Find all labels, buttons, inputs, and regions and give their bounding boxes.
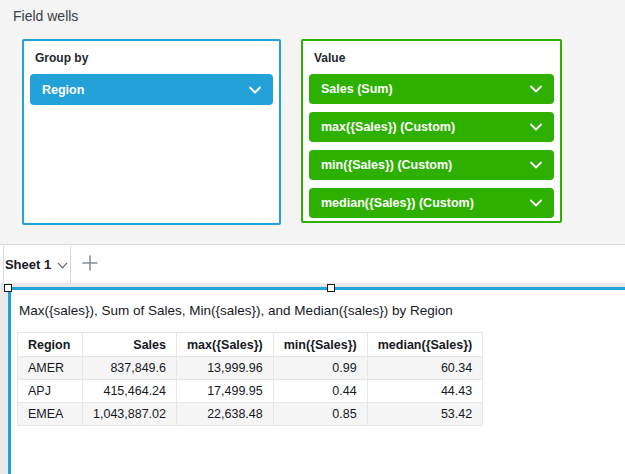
tab-sheet-1[interactable]: Sheet 1 (3, 246, 71, 283)
sheet-canvas: Max({sales}), Sum of Sales, Min({sales})… (0, 283, 625, 474)
group-by-label: Group by (35, 51, 274, 65)
field-wells-panel: Field wells Group by Region Value Sales … (0, 0, 625, 245)
chevron-down-icon[interactable] (528, 195, 544, 211)
table-row: EMEA 1,043,887.02 22,638.48 0.85 53.42 (18, 403, 483, 426)
table-header-row: Region Sales max({Sales}) min({Sales}) m… (18, 333, 483, 357)
cell-sales: 837,849.6 (83, 357, 177, 380)
field-pill-max-sales[interactable]: max({Sales}) (Custom) (309, 112, 554, 142)
cell-max-sales: 17,499.95 (177, 380, 274, 403)
column-header-median-sales[interactable]: median({Sales}) (367, 333, 482, 357)
cell-min-sales: 0.99 (273, 357, 367, 380)
column-header-sales[interactable]: Sales (83, 333, 177, 357)
field-pill-sales-sum[interactable]: Sales (Sum) (309, 74, 554, 104)
field-pill-region[interactable]: Region (30, 74, 273, 105)
field-pill-median-sales[interactable]: median({Sales}) (Custom) (309, 188, 554, 218)
chevron-down-icon[interactable] (528, 157, 544, 173)
sheet-tab-bar: Sheet 1 (0, 246, 625, 283)
chevron-down-icon[interactable] (56, 258, 69, 271)
chevron-down-icon[interactable] (247, 82, 263, 98)
table-row: AMER 837,849.6 13,999.96 0.99 60.34 (18, 357, 483, 380)
cell-region: EMEA (18, 403, 83, 426)
sheet-tab-label: Sheet 1 (5, 257, 51, 272)
page-root: { "colors": { "dimension_blue": "#23a2d9… (0, 0, 625, 474)
value-label: Value (314, 51, 555, 65)
field-wells-title: Field wells (13, 8, 78, 24)
column-header-max-sales[interactable]: max({Sales}) (177, 333, 274, 357)
table-visual[interactable]: Max({sales}), Sum of Sales, Min({sales})… (8, 287, 625, 474)
cell-min-sales: 0.44 (273, 380, 367, 403)
field-pill-min-sales[interactable]: min({Sales}) (Custom) (309, 150, 554, 180)
cell-sales: 1,043,887.02 (83, 403, 177, 426)
field-pill-label: min({Sales}) (Custom) (321, 158, 528, 172)
cell-sales: 415,464.24 (83, 380, 177, 403)
field-pill-label: max({Sales}) (Custom) (321, 120, 528, 134)
field-pill-label: Region (42, 83, 247, 97)
plus-icon (81, 254, 99, 275)
field-pill-label: median({Sales}) (Custom) (321, 196, 528, 210)
cell-min-sales: 0.85 (273, 403, 367, 426)
column-header-min-sales[interactable]: min({Sales}) (273, 333, 367, 357)
chevron-down-icon[interactable] (528, 119, 544, 135)
table-row: APJ 415,464.24 17,499.95 0.44 44.43 (18, 380, 483, 403)
selection-handle-top-left[interactable] (4, 284, 12, 292)
cell-region: APJ (18, 380, 83, 403)
add-sheet-button[interactable] (71, 246, 109, 283)
visual-title: Max({sales}), Sum of Sales, Min({sales})… (19, 303, 625, 318)
selection-handle-top-center[interactable] (327, 284, 335, 292)
value-well[interactable]: Value Sales (Sum) max({Sales}) (Custom) … (301, 39, 562, 223)
cell-median-sales: 44.43 (367, 380, 482, 403)
cell-max-sales: 22,638.48 (177, 403, 274, 426)
cell-region: AMER (18, 357, 83, 380)
group-by-well[interactable]: Group by Region (22, 39, 281, 225)
cell-median-sales: 60.34 (367, 357, 482, 380)
cell-max-sales: 13,999.96 (177, 357, 274, 380)
column-header-region[interactable]: Region (18, 333, 83, 357)
chevron-down-icon[interactable] (528, 81, 544, 97)
field-pill-label: Sales (Sum) (321, 82, 528, 96)
data-table: Region Sales max({Sales}) min({Sales}) m… (17, 332, 483, 426)
cell-median-sales: 53.42 (367, 403, 482, 426)
